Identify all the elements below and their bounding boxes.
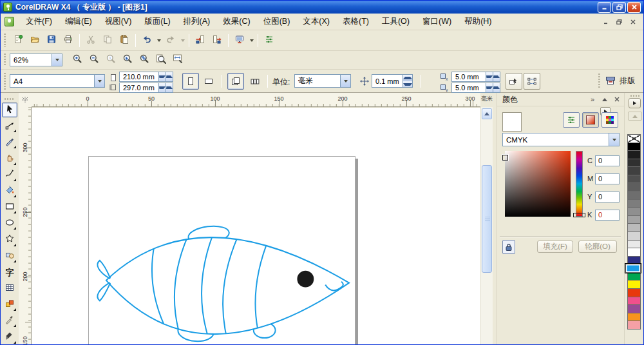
docker-pin-icon[interactable] [600,95,610,104]
color-palettes-button[interactable] [601,112,618,128]
palette-swatch[interactable] [627,159,641,168]
horizontal-ruler[interactable]: 050100150200250300 [32,93,480,107]
basic-shapes-tool[interactable] [2,249,17,264]
palette-swatch[interactable] [627,215,641,224]
palette-swatch[interactable] [627,313,641,322]
color-field-marker[interactable] [502,155,508,161]
menu-item-help[interactable]: 帮助(H) [458,14,498,30]
palette-swatch[interactable] [627,199,641,208]
palette-swatch[interactable] [627,248,641,257]
dupy-up-icon[interactable] [493,83,500,92]
text-tool[interactable]: 字 [2,265,17,280]
paper-size-arrow-icon[interactable] [94,75,104,87]
paste-button[interactable] [116,33,133,48]
save-button[interactable] [43,33,60,48]
eyedropper-tool[interactable] [2,313,17,328]
palette-swatch[interactable] [627,240,641,249]
menu-item-tools[interactable]: 工具(O) [375,14,416,30]
palette-swatch[interactable] [627,143,641,152]
dupx-up-icon[interactable] [493,72,500,81]
redo-button[interactable] [162,33,179,48]
palette-swatch[interactable] [627,272,641,281]
app-launcher-dropdown-icon[interactable] [248,33,255,48]
menu-item-layout[interactable]: 版面(L) [138,14,176,30]
palette-swatch[interactable] [627,166,641,175]
toolbox-grip[interactable] [5,98,15,100]
open-button[interactable] [26,33,43,48]
export-button[interactable] [209,33,225,48]
duplicate-y-input[interactable]: 5.0 mm [451,83,500,93]
paper-height-down-icon[interactable] [158,83,166,92]
outline-button[interactable]: 轮廓(O) [578,241,617,253]
color-viewers-button[interactable] [582,112,599,128]
color-field[interactable] [505,151,571,217]
rectangle-tool[interactable] [2,200,17,215]
undo-button[interactable] [138,33,155,48]
nudge-down-icon[interactable] [403,81,412,87]
hue-slider-handle[interactable] [573,213,585,217]
blend-tool[interactable] [2,297,17,312]
paper-size-combo[interactable]: A4 [10,74,105,88]
palette-flyout-button[interactable] [629,98,641,108]
property-bar-grip[interactable] [4,73,6,90]
duplicate-x-input[interactable]: 5.0 mm [451,72,500,82]
palette-swatch[interactable] [627,207,641,216]
palette-swatch[interactable] [627,150,641,159]
palette-swatch[interactable] [627,223,641,232]
facing-pages-button[interactable] [247,73,263,90]
snap-to-objects-button[interactable] [506,73,522,90]
zoom-selected-button[interactable] [119,52,136,68]
palette-swatch[interactable] [627,175,641,184]
nudge-input[interactable]: 0.1 mm [372,74,413,88]
zoom-all-button[interactable] [136,52,153,68]
landscape-button[interactable] [201,75,216,88]
options-button[interactable] [261,33,278,48]
menu-item-text[interactable]: 文本(X) [296,14,336,30]
palette-swatch[interactable] [627,280,641,289]
new-button[interactable] [10,33,26,48]
minimize-button[interactable] [598,2,611,13]
units-combo[interactable]: 毫米 [294,74,351,88]
copy-button[interactable] [99,33,116,48]
paper-width-input[interactable]: 210.0 mm [119,72,173,82]
zoom-page-button[interactable] [153,52,169,68]
menu-item-view[interactable]: 视图(V) [99,14,138,30]
hand-tool[interactable] [2,152,17,166]
palette-swatch[interactable] [627,232,641,241]
layout-tab-grip[interactable] [598,74,600,89]
import-button[interactable] [192,33,209,48]
treat-as-filled-button[interactable] [524,73,540,90]
drawing-canvas[interactable] [32,107,480,345]
docker-collapse-icon[interactable]: » [587,95,598,104]
hue-slider[interactable] [576,151,583,217]
fill-button[interactable]: 填充(F) [537,241,573,253]
dupx-down-icon[interactable] [486,72,493,81]
scrollbar-thumb[interactable] [482,165,492,273]
vertical-ruler[interactable]: 300250200150 [19,107,32,345]
palette-swatch[interactable] [627,256,641,265]
document-close-button[interactable] [627,17,638,26]
menu-item-arrange[interactable]: 排列(A) [177,14,217,30]
toolbar-grip[interactable] [4,34,6,48]
ruler-origin[interactable] [19,93,32,107]
menu-item-bitmaps[interactable]: 位图(B) [257,14,297,30]
cut-button[interactable] [82,33,99,48]
undo-dropdown-icon[interactable] [155,33,162,48]
paper-width-down-icon[interactable] [158,72,166,81]
palette-swatch[interactable] [627,182,641,192]
document-minimize-button[interactable] [600,17,611,26]
close-button[interactable] [627,2,641,13]
smart-fill-tool[interactable] [2,184,17,199]
menu-item-edit[interactable]: 编辑(E) [59,14,99,30]
zoom-out-button[interactable] [86,52,102,68]
palette-swatch-selected[interactable] [625,264,641,273]
channel-value-input[interactable]: 0 [595,173,620,184]
document-restore-button[interactable] [614,17,625,26]
color-lock-button[interactable] [502,240,515,254]
color-sliders-button[interactable] [563,112,580,128]
nudge-up-icon[interactable] [403,75,412,81]
all-pages-button[interactable] [227,73,244,90]
palette-swatch[interactable] [627,320,641,330]
print-button[interactable] [60,33,77,48]
shape-tool[interactable] [2,119,17,133]
